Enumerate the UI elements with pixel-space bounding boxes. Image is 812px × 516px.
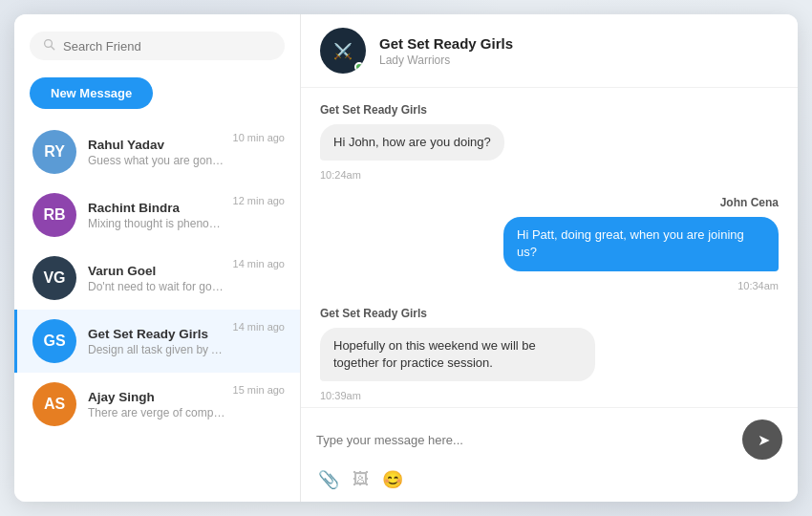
search-section — [14, 14, 300, 70]
chat-header-subtitle: Lady Warriors — [379, 54, 513, 67]
message-bubble-2: Hopefully on this weekend we will be tog… — [320, 328, 595, 381]
avatar-initials-getsetready: GS — [32, 319, 76, 363]
contact-info-rahul: Rahul Yadav Guess what you are gonna get… — [88, 138, 225, 167]
contact-info-rachint: Rachint Bindra Mixing thought is phenome… — [88, 201, 225, 230]
chat-input-row: ➤ — [316, 419, 782, 460]
contact-time-ajay: 15 min ago — [233, 384, 285, 396]
avatar-ajay: AS — [32, 382, 76, 426]
contact-time-getsetready: 14 min ago — [233, 321, 285, 333]
avatar-rahul: RY — [32, 130, 76, 174]
chat-messages: Get Set Ready GirlsHi John, how are you … — [301, 88, 798, 407]
contact-preview-rahul: Guess what you are gonna get with... — [88, 154, 225, 167]
emoji-icon[interactable]: 😊 — [382, 469, 403, 490]
avatar-getsetready: GS — [32, 319, 76, 363]
search-input[interactable] — [63, 39, 271, 54]
image-icon[interactable]: 🖼 — [353, 470, 369, 489]
contact-name-rahul: Rahul Yadav — [88, 138, 225, 152]
contact-item-rachint[interactable]: RB Rachint Bindra Mixing thought is phen… — [14, 183, 300, 247]
chat-header-name: Get Set Ready Girls — [379, 35, 513, 52]
attachment-icon[interactable]: 📎 — [318, 469, 339, 490]
message-bubble-0: Hi John, how are you doing? — [320, 124, 504, 161]
chat-actions: 📎 🖼 😊 — [316, 469, 782, 490]
message-time-2: 10:39am — [320, 390, 361, 401]
contact-name-ajay: Ajay Singh — [88, 390, 225, 404]
avatar-initials-rachint: RB — [32, 193, 76, 237]
contact-item-rahul[interactable]: RY Rahul Yadav Guess what you are gonna … — [14, 120, 300, 183]
contact-time-rachint: 12 min ago — [233, 195, 285, 206]
sidebar: New Message RY Rahul Yadav Guess what yo… — [14, 14, 301, 502]
contact-name-getsetready: Get Set Ready Girls — [88, 327, 225, 341]
avatar-initials-varun: VG — [32, 256, 76, 300]
chat-input-area: ➤ 📎 🖼 😊 — [301, 407, 798, 502]
message-bubble-1: Hi Patt, doing great, when you are joini… — [503, 217, 779, 270]
send-icon: ➤ — [758, 431, 770, 449]
contact-time-rahul: 10 min ago — [233, 132, 285, 143]
search-icon — [43, 38, 55, 54]
sender-label-0: Get Set Ready Girls — [320, 103, 427, 117]
avatar-initials-rahul: RY — [32, 130, 76, 174]
sender-label-2: Get Set Ready Girls — [320, 307, 427, 320]
chat-header-info: Get Set Ready Girls Lady Warriors — [379, 35, 513, 67]
contact-preview-varun: Do'nt need to wait for good things t... — [88, 280, 225, 293]
online-status-dot — [354, 62, 364, 72]
contact-item-varun[interactable]: VG Varun Goel Do'nt need to wait for goo… — [14, 247, 300, 310]
svg-line-1 — [51, 46, 53, 49]
avatar-rachint: RB — [32, 193, 76, 237]
chat-panel: ⚔️ Get Set Ready Girls Lady Warriors Get… — [301, 14, 798, 502]
contact-item-ajay[interactable]: AS Ajay Singh There are verge of complex… — [14, 373, 300, 436]
message-time-1: 10:34am — [737, 280, 779, 291]
contact-preview-ajay: There are verge of complexity in m... — [88, 406, 225, 419]
sender-label-1: John Cena — [720, 196, 779, 209]
app-container: New Message RY Rahul Yadav Guess what yo… — [14, 14, 798, 502]
search-box[interactable] — [30, 32, 285, 60]
chat-header-avatar: ⚔️ — [320, 28, 366, 74]
new-message-button[interactable]: New Message — [30, 77, 153, 109]
contact-item-getsetready[interactable]: GS Get Set Ready Girls Design all task g… — [14, 310, 300, 373]
contact-info-getsetready: Get Set Ready Girls Design all task give… — [88, 327, 225, 356]
contact-list: RY Rahul Yadav Guess what you are gonna … — [14, 120, 300, 502]
contact-info-ajay: Ajay Singh There are verge of complexity… — [88, 390, 225, 419]
contact-info-varun: Varun Goel Do'nt need to wait for good t… — [88, 264, 225, 293]
contact-name-rachint: Rachint Bindra — [88, 201, 225, 215]
avatar-initials-ajay: AS — [32, 382, 76, 426]
message-input[interactable] — [316, 433, 735, 447]
contact-preview-getsetready: Design all task given by Ashwini on... — [88, 343, 225, 356]
send-button[interactable]: ➤ — [742, 419, 782, 460]
message-time-0: 10:24am — [320, 169, 361, 181]
contact-name-varun: Varun Goel — [88, 264, 225, 278]
avatar-varun: VG — [32, 256, 76, 300]
contact-time-varun: 14 min ago — [233, 258, 285, 269]
contact-preview-rachint: Mixing thought is phenomenal dis-... — [88, 217, 225, 230]
chat-header: ⚔️ Get Set Ready Girls Lady Warriors — [301, 14, 798, 88]
